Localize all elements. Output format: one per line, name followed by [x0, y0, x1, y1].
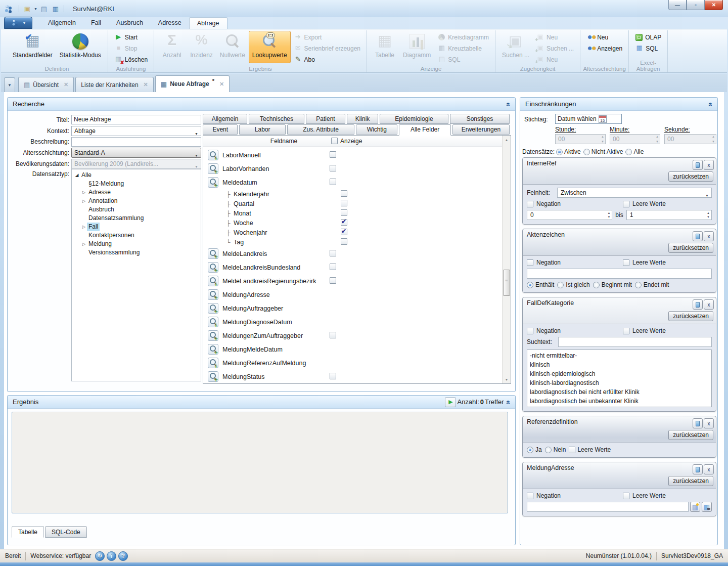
- tree-item-adresse[interactable]: ▷Adresse: [72, 188, 201, 197]
- match-radio-enthält[interactable]: [527, 282, 533, 288]
- add-constraint-button[interactable]: +: [208, 358, 218, 368]
- ribbon-tab-adresse[interactable]: Adresse: [151, 17, 189, 28]
- aktenzeichen-text-input[interactable]: [527, 269, 712, 279]
- referenz-radio-nein[interactable]: [545, 447, 552, 453]
- tree-item-meldung[interactable]: ▷Meldung: [72, 240, 201, 248]
- anzeige-header-checkbox[interactable]: [331, 138, 338, 144]
- adresse-search-button[interactable]: [702, 502, 712, 512]
- tree-item-annotation[interactable]: ▷Annotation: [72, 197, 201, 205]
- close-constraint-button[interactable]: x: [704, 231, 714, 241]
- field-tab-epidemiologie[interactable]: Epidemiologie: [380, 114, 448, 124]
- datensaetze-radio-aktive[interactable]: [556, 149, 563, 155]
- anzeige-checkbox[interactable]: [330, 277, 336, 284]
- zuruecksetzen-button[interactable]: zurücksetzen: [668, 311, 713, 321]
- anzeige-checkbox[interactable]: [330, 179, 336, 185]
- zuruecksetzen-button[interactable]: zurücksetzen: [668, 243, 713, 253]
- add-constraint-button[interactable]: +: [208, 303, 218, 314]
- collapse-chevron-icon[interactable]: «: [706, 102, 715, 105]
- close-constraint-button[interactable]: x: [704, 299, 714, 310]
- doc-tab-neue-abfrage[interactable]: ▦Neue Abfrage*✕: [155, 75, 230, 92]
- kategorie-option[interactable]: -nicht ermittelbar-: [530, 351, 709, 360]
- ribbon-lookupwerte-button[interactable]: 1:1Lookupwerte: [249, 31, 291, 63]
- kategorie-option[interactable]: labordiagnostisch bei nicht erfüllter Kl…: [530, 387, 709, 397]
- match-radio-beginnt-mit[interactable]: [593, 282, 600, 288]
- kategorie-option[interactable]: labordiagnostisch bei unbekannter Klinik: [530, 397, 709, 406]
- ribbon-löschen-button[interactable]: Löschen: [111, 54, 151, 65]
- info-button[interactable]: i: [107, 551, 116, 561]
- close-constraint-button[interactable]: x: [704, 464, 714, 474]
- add-constraint-button[interactable]: +: [208, 262, 218, 273]
- negation-checkbox[interactable]: [527, 259, 533, 266]
- tree-collapsed-icon[interactable]: ▷: [81, 188, 87, 197]
- close-constraint-button[interactable]: x: [704, 160, 714, 170]
- minimize-constraint-button[interactable]: [693, 231, 703, 241]
- chevron-down-icon[interactable]: ▼: [34, 7, 37, 11]
- ribbon-start-button[interactable]: Start: [111, 32, 151, 42]
- zuruecksetzen-button[interactable]: zurücksetzen: [668, 476, 713, 486]
- anzeige-checkbox[interactable]: [330, 373, 336, 379]
- zuruecksetzen-button[interactable]: zurücksetzen: [668, 430, 713, 440]
- negation-checkbox[interactable]: [527, 493, 533, 499]
- anzeige-checkbox[interactable]: [341, 190, 347, 197]
- scroll-up-icon[interactable]: ▲: [503, 136, 511, 144]
- close-icon[interactable]: ✕: [64, 81, 68, 88]
- tree-item-versionssammlung[interactable]: Versionssammlung: [72, 248, 201, 257]
- save-icon[interactable]: [51, 4, 61, 14]
- maximize-button[interactable]: ▫: [687, 0, 705, 10]
- leere-werte-checkbox[interactable]: [569, 447, 575, 453]
- tree-collapsed-icon[interactable]: ▷: [81, 240, 87, 248]
- application-menu-button[interactable]: ▼: [4, 17, 32, 29]
- add-constraint-button[interactable]: +: [208, 330, 218, 341]
- tree-item-ausbruch[interactable]: Ausbruch: [72, 205, 201, 214]
- ribbon-olap-button[interactable]: OLAP: [632, 32, 664, 42]
- tree-item-alle[interactable]: ◢Alle: [72, 171, 201, 180]
- add-constraint-button[interactable]: +: [208, 248, 218, 259]
- add-constraint-button[interactable]: +: [208, 276, 218, 286]
- vertical-scrollbar[interactable]: ▲ ▼: [502, 136, 511, 383]
- anzeige-checkbox[interactable]: [341, 238, 347, 245]
- anzeige-checkbox[interactable]: [341, 229, 347, 235]
- referenz-radio-ja[interactable]: [527, 447, 533, 453]
- leere-werte-checkbox[interactable]: [623, 201, 629, 207]
- match-radio-ist-gleich[interactable]: [557, 282, 564, 288]
- leere-werte-checkbox[interactable]: [623, 259, 629, 266]
- altersschichtung-select[interactable]: Standard-A: [71, 148, 201, 158]
- add-constraint-button[interactable]: +: [208, 177, 218, 188]
- minimize-constraint-button[interactable]: [693, 299, 703, 310]
- anzeige-checkbox[interactable]: [330, 165, 336, 171]
- kategorie-option[interactable]: klinisch: [530, 360, 709, 369]
- match-radio-endet-mit[interactable]: [635, 282, 642, 288]
- minimize-constraint-button[interactable]: [693, 418, 703, 428]
- export-save-icon[interactable]: [39, 4, 49, 14]
- bis-spinner[interactable]: 1▲▼: [626, 210, 712, 220]
- ribbon-tab-fall[interactable]: Fall: [83, 17, 109, 28]
- kontext-select[interactable]: Abfrage: [71, 126, 201, 136]
- ribbon-standardfelder-button[interactable]: Standardfelder: [9, 31, 56, 63]
- adresse-lookup-button[interactable]: [690, 502, 700, 512]
- anzeige-checkbox[interactable]: [341, 209, 347, 216]
- field-tab-klinik[interactable]: Klinik: [347, 114, 378, 124]
- scroll-down-icon[interactable]: ▼: [503, 375, 511, 383]
- field-tab-erweiterungen[interactable]: Erweiterungen: [452, 124, 510, 135]
- doc-tab-list-button[interactable]: ▼: [4, 77, 15, 92]
- add-constraint-button[interactable]: +: [208, 344, 218, 355]
- collapse-chevron-icon[interactable]: «: [504, 102, 513, 105]
- zuruecksetzen-button[interactable]: zurücksetzen: [668, 171, 713, 182]
- minimize-constraint-button[interactable]: [693, 160, 703, 170]
- field-tab-patient[interactable]: Patient: [306, 114, 345, 124]
- add-constraint-button[interactable]: +: [208, 163, 218, 174]
- field-tab-wichtig[interactable]: Wichtig: [356, 124, 397, 135]
- tree-item-datensatzsammlung[interactable]: Datensatzsammlung: [72, 214, 201, 223]
- field-tab-allgemein[interactable]: Allgemein: [203, 114, 247, 124]
- minute-spinner[interactable]: 00▲▼: [610, 134, 660, 144]
- tree-item-fall[interactable]: ▷Fall: [72, 223, 201, 231]
- minimize-constraint-button[interactable]: [693, 464, 703, 474]
- add-constraint-button[interactable]: +: [208, 150, 218, 160]
- datensaetze-radio-nicht-aktive[interactable]: [583, 149, 590, 155]
- field-tab-zus-attribute[interactable]: Zus. Attribute: [287, 124, 354, 135]
- close-constraint-button[interactable]: x: [704, 418, 714, 428]
- close-icon[interactable]: ✕: [219, 81, 224, 88]
- ribbon-abo-button[interactable]: Abo: [291, 54, 363, 65]
- help-button[interactable]: ?: [118, 551, 128, 561]
- negation-checkbox[interactable]: [527, 328, 533, 334]
